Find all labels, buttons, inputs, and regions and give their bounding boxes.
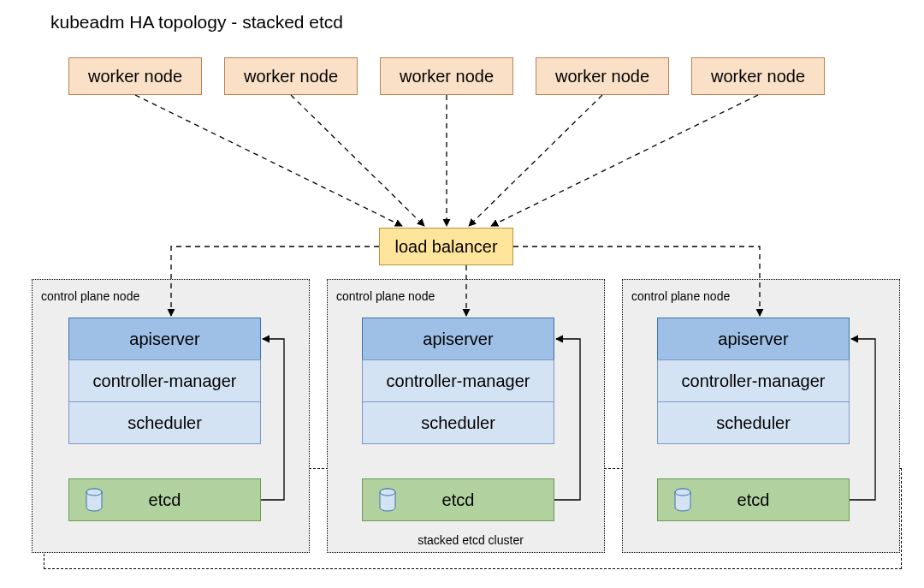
control-plane-label-3: control plane node bbox=[631, 289, 730, 303]
cp1-scheduler: scheduler bbox=[68, 401, 261, 444]
etcd-label: etcd bbox=[442, 490, 475, 510]
svg-line-5 bbox=[469, 95, 602, 226]
cp2-scheduler: scheduler bbox=[362, 401, 554, 444]
apiserver-label: apiserver bbox=[129, 330, 199, 349]
etcd-label: etcd bbox=[737, 490, 770, 510]
worker-label: worker node bbox=[400, 67, 494, 86]
controller-manager-label: controller-manager bbox=[387, 371, 530, 391]
cp3-apiserver: apiserver bbox=[657, 318, 850, 360]
cp2-apiserver: apiserver bbox=[362, 318, 554, 360]
worker-node-1: worker node bbox=[68, 57, 202, 95]
scheduler-label: scheduler bbox=[127, 413, 202, 433]
etcd-label: etcd bbox=[149, 490, 181, 510]
scheduler-label: scheduler bbox=[421, 413, 495, 433]
worker-label: worker node bbox=[555, 67, 649, 86]
worker-node-5: worker node bbox=[691, 57, 825, 95]
cp2-controller-manager: controller-manager bbox=[362, 359, 554, 402]
worker-node-4: worker node bbox=[536, 57, 669, 95]
cp2-etcd: etcd bbox=[362, 478, 554, 521]
scheduler-label: scheduler bbox=[716, 413, 791, 433]
cp1-etcd: etcd bbox=[68, 478, 261, 521]
cp1-controller-manager: controller-manager bbox=[68, 359, 261, 402]
worker-label: worker node bbox=[88, 67, 182, 86]
controller-manager-label: controller-manager bbox=[93, 371, 237, 391]
cp3-etcd: etcd bbox=[657, 478, 850, 521]
apiserver-label: apiserver bbox=[718, 330, 788, 349]
cp1-apiserver: apiserver bbox=[68, 318, 261, 360]
cp3-scheduler: scheduler bbox=[657, 401, 850, 444]
cp3-controller-manager: controller-manager bbox=[657, 359, 850, 402]
worker-label: worker node bbox=[244, 67, 338, 86]
control-plane-label-2: control plane node bbox=[336, 289, 435, 303]
worker-node-2: worker node bbox=[224, 57, 358, 95]
svg-line-3 bbox=[291, 95, 424, 226]
control-plane-label-1: control plane node bbox=[41, 289, 139, 303]
apiserver-label: apiserver bbox=[423, 330, 493, 349]
worker-label: worker node bbox=[711, 67, 805, 86]
diagram-title: kubeadm HA topology - stacked etcd bbox=[50, 12, 343, 33]
worker-node-3: worker node bbox=[380, 57, 513, 95]
svg-line-6 bbox=[491, 95, 758, 226]
load-balancer-label: load balancer bbox=[394, 237, 497, 256]
etcd-cluster-label: stacked etcd cluster bbox=[402, 533, 539, 547]
controller-manager-label: controller-manager bbox=[682, 371, 826, 391]
svg-line-2 bbox=[135, 95, 402, 226]
load-balancer: load balancer bbox=[379, 228, 513, 265]
